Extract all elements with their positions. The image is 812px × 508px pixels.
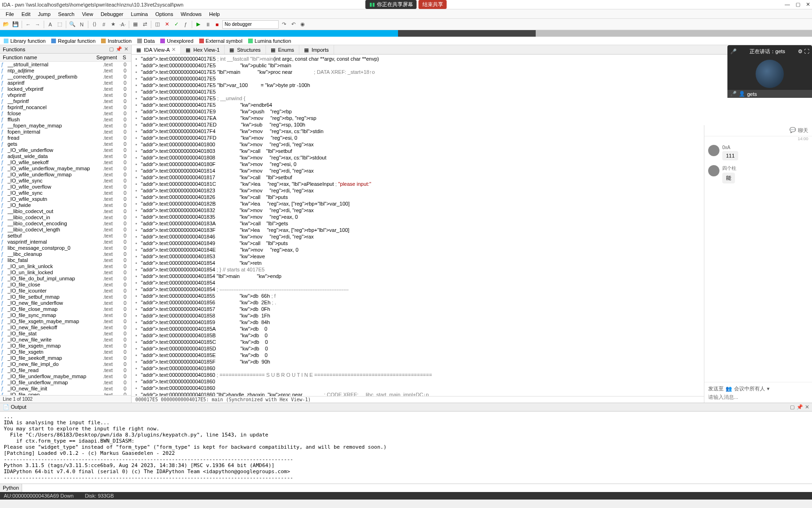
function-row[interactable]: ƒ_IO_wfile_sync.text0 (0, 178, 131, 184)
binary-icon[interactable]: ⬚ (55, 20, 64, 29)
stop-share-button[interactable]: 结束共享 (419, 0, 447, 9)
function-row[interactable]: ƒfopen_internal.text0 (0, 129, 131, 135)
function-row[interactable]: ƒvasprintf_internal.text0 (0, 239, 131, 245)
function-row[interactable]: ƒ__fxprintf.text0 (0, 98, 131, 104)
python-label[interactable]: Python (0, 484, 22, 492)
step-over-icon[interactable]: ↶ (289, 20, 297, 29)
search-icon[interactable]: 🔍 (68, 20, 77, 29)
function-row[interactable]: ƒ_IO_wfile_overflow.text0 (0, 184, 131, 190)
function-row[interactable]: ƒfflush.text0 (0, 117, 131, 123)
tab-imports[interactable]: ▦Imports (299, 45, 334, 54)
menu-file[interactable]: File (2, 10, 18, 18)
function-row[interactable]: ƒasprintf.text0 (0, 80, 131, 86)
tab-enums[interactable]: ▦Enums (266, 45, 299, 54)
save-icon[interactable]: 💾 (11, 20, 20, 29)
meeting-overlay[interactable]: 🎤 正在讲话：gets ⚙ ⛶ 🎤👤gets (727, 45, 812, 98)
pause-icon[interactable]: ⏸ (203, 20, 212, 29)
debugger-combo[interactable] (222, 20, 279, 29)
function-row[interactable]: ƒ_IO_file_icounter.text0 (0, 288, 131, 294)
function-row[interactable]: ƒ__correctly_grouped_prefixmb.text0 (0, 74, 131, 80)
function-row[interactable]: ƒ_IO_new_file_seekoff.text0 (0, 325, 131, 331)
function-row[interactable]: ƒ_IO_file_close_mmap.text0 (0, 306, 131, 312)
segment-icon[interactable]: ▦ (131, 20, 140, 29)
star-icon[interactable]: ★ (109, 20, 117, 29)
menu-edit[interactable]: Edit (18, 10, 34, 18)
function-row[interactable]: ƒ_IO_file_xsgetn_mmap.text0 (0, 343, 131, 349)
function-row[interactable]: ƒvfxprintf.text0 (0, 92, 131, 98)
function-row[interactable]: ƒ_IO_file_do_buf_impl_unmap.text0 (0, 276, 131, 282)
function-row[interactable]: ƒsetbuf.text0 (0, 233, 131, 239)
menu-view[interactable]: View (78, 10, 97, 18)
function-row[interactable]: ƒ_IO_file_xsgetn_maybe_mmap.text0 (0, 318, 131, 325)
pane-close-icon[interactable]: ✕ (124, 46, 128, 52)
open-icon[interactable]: 📂 (2, 20, 10, 29)
function-row[interactable]: ƒ__libc_cleanup.text0 (0, 251, 131, 257)
function-row[interactable]: ƒ_IO_new_file_write.text0 (0, 337, 131, 343)
function-row[interactable]: ƒ_IO_new_file_underflow.text0 (0, 300, 131, 306)
tab-hex-view-1[interactable]: ▦Hex View-1 (181, 45, 225, 54)
tab-structures[interactable]: ▦Structures (225, 45, 265, 54)
chat-input[interactable] (708, 394, 808, 400)
text-icon[interactable]: A (46, 20, 55, 29)
menu-jump[interactable]: Jump (34, 10, 55, 18)
tab-ida-view-a[interactable]: ▦IDA View-A ✕ (132, 45, 181, 54)
function-row[interactable]: ƒ_IO_vfile_underflow.text0 (0, 147, 131, 153)
menu-options[interactable]: Options (152, 10, 177, 18)
function-row[interactable]: ƒ_IO_new_file_init.text0 (0, 386, 131, 392)
cross-green-icon[interactable]: ✓ (172, 20, 180, 29)
step-icon[interactable]: ↷ (280, 20, 288, 29)
function-row[interactable]: ƒ_IO_file_xsgetn.text0 (0, 349, 131, 355)
back-icon[interactable]: ← (24, 20, 32, 29)
graph-icon[interactable]: ◫ (153, 20, 162, 29)
function-row[interactable]: ƒlibc_fatal.text0 (0, 257, 131, 263)
function-row[interactable]: ƒ_IO_file_open.text0 (0, 392, 131, 395)
function-row[interactable]: ƒ_IO_file_underflow_mmap.text0 (0, 380, 131, 386)
function-row[interactable]: ƒ_IO_wfile_underflow_maybe_mmap.text0 (0, 166, 131, 172)
output-pin-icon[interactable]: 📌 (796, 404, 803, 410)
function-row[interactable]: ƒ__fopen_maybe_mmap.text0 (0, 123, 131, 129)
function-row[interactable]: ƒ__libio_codecvt_length.text0 (0, 227, 131, 233)
function-row[interactable]: ƒ_IO_wfile_sync.text0 (0, 190, 131, 196)
xrefs-icon[interactable]: ⇄ (141, 20, 149, 29)
function-row[interactable]: ƒ_IO_un_link_unlock.text0 (0, 263, 131, 270)
function-row[interactable]: ƒlibc_message_constprop_0.text0 (0, 245, 131, 251)
menu-windows[interactable]: Windows (177, 10, 205, 18)
code-icon[interactable]: ⟨⟩ (90, 20, 99, 29)
function-row[interactable]: ƒntp_adjtime.text0 (0, 68, 131, 74)
python-input[interactable] (22, 484, 812, 492)
minimize-icon[interactable]: — (785, 1, 790, 8)
function-row[interactable]: ƒadjust_wide_data.text0 (0, 153, 131, 159)
function-row[interactable]: ƒ__libio_codecvt_in.text0 (0, 214, 131, 221)
function-row[interactable]: ƒ_IO_new_file_impl_do.text0 (0, 361, 131, 367)
navigation-band[interactable] (0, 30, 812, 37)
menu-debugger[interactable]: Debugger (97, 10, 127, 18)
overlay-controls-icon[interactable]: ⚙ ⛶ (798, 48, 809, 55)
function-row[interactable]: ƒ_IO_un_link_locked.text0 (0, 270, 131, 276)
function-row[interactable]: ƒ_IO_file_read.text0 (0, 367, 131, 373)
pane-pin-icon[interactable]: 📌 (116, 46, 122, 52)
function-row[interactable]: ƒfxprintf_nocancel.text0 (0, 104, 131, 111)
function-row[interactable]: ƒ_IO_file_setbuf_mmap.text0 (0, 294, 131, 300)
function-row[interactable]: ƒ__libio_codecvt_encoding.text0 (0, 221, 131, 227)
function-row[interactable]: ƒ_IO_wfile_seekoff.text0 (0, 159, 131, 166)
menu-help[interactable]: Help (205, 10, 224, 18)
cross-red-icon[interactable]: ✕ (163, 20, 171, 29)
col-segment[interactable]: Segment (94, 54, 122, 61)
forward-icon[interactable]: → (33, 20, 42, 29)
function-row[interactable]: ƒ_IO_file_close.text0 (0, 282, 131, 288)
function-row[interactable]: ƒgets.text0 (0, 141, 131, 147)
function-row[interactable]: ƒ_IO_fwide.text0 (0, 202, 131, 208)
col-function-name[interactable]: Function name (0, 54, 94, 61)
breakpoint-icon[interactable]: ◉ (298, 20, 307, 29)
mic-icon[interactable]: 🎤 (730, 48, 737, 55)
function-row[interactable]: ƒfread.text0 (0, 135, 131, 141)
col-start[interactable]: S (122, 54, 131, 61)
output-close-icon[interactable]: ✕ (805, 404, 809, 410)
data-icon[interactable]: # (100, 20, 108, 29)
function-row[interactable]: ƒ_IO_wfile_xsputn.text0 (0, 196, 131, 202)
function-row[interactable]: ƒ_IO_file_underflow_maybe_mmap.text0 (0, 373, 131, 380)
output-text[interactable]: ... IDA is analysing the input file... Y… (0, 412, 812, 484)
functions-list[interactable]: ƒ__strtoull_internal.text0ƒntp_adjtime.t… (0, 62, 131, 395)
maximize-icon[interactable]: ▢ (796, 1, 800, 8)
function-row[interactable]: ƒlocked_vfxprintf.text0 (0, 86, 131, 92)
